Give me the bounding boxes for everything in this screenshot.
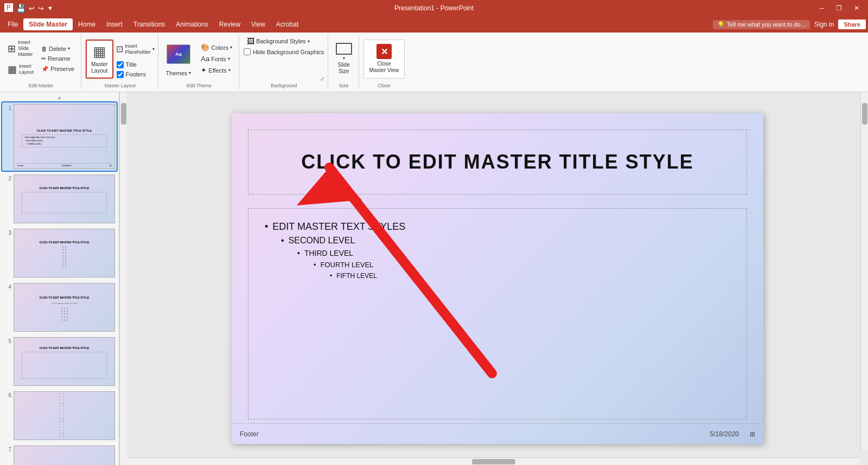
insert-placeholder-label: InsertPlaceholder — [125, 43, 151, 55]
slide-size-label: SlideSize — [337, 62, 349, 75]
ribbon-content: ⊞ Insert SlideMaster ▦ InsertLayout 🗑 De… — [0, 33, 868, 92]
footers-checkbox[interactable] — [117, 71, 124, 78]
delete-icon: 🗑 — [41, 46, 47, 52]
preserve-btn[interactable]: 📌 Preserve — [38, 64, 78, 74]
preserve-icon: 📌 — [41, 66, 49, 73]
slide-thumb-4[interactable]: 4 CLICK TO EDIT MASTER TITLE STYLE Lorem… — [2, 281, 117, 333]
slide-num-3: 3 — [4, 229, 11, 236]
search-bar[interactable]: 💡 Tell me what you want to do... — [713, 20, 810, 29]
canvas-scrollbar-h[interactable] — [127, 457, 860, 465]
menu-file[interactable]: File — [2, 18, 23, 30]
slide-thumb-5[interactable]: 5 CLICK TO EDIT MASTER TITLE STYLE — [2, 335, 117, 388]
close-row: ✕ CloseMaster View — [363, 36, 405, 82]
title-checkbox-row[interactable]: Title — [117, 61, 155, 69]
canvas-scroll-thumb[interactable] — [862, 103, 867, 125]
slide-num-7: 7 — [4, 445, 11, 453]
bg-styles-icon: 🖼 — [247, 37, 254, 46]
redo-btn[interactable]: ↪ — [38, 4, 44, 12]
restore-btn[interactable]: ❐ — [832, 0, 846, 16]
menu-slide-master[interactable]: Slide Master — [23, 18, 73, 30]
title-checkbox[interactable] — [117, 61, 124, 68]
rename-label: Rename — [48, 55, 71, 62]
insert-placeholder-caret: ▾ — [152, 47, 155, 51]
slide-thumb-1[interactable]: 1 CLICK TO EDIT MASTER TITLE STYLE • EDI… — [2, 102, 117, 171]
undo-btn[interactable]: ↩ — [29, 4, 35, 12]
slide-thumb-6[interactable]: 6 CLICK TO EDIT MASTER TITLE STYLE — [2, 390, 117, 442]
menu-home[interactable]: Home — [73, 18, 101, 30]
minimize-btn[interactable]: ─ — [815, 0, 828, 16]
insert-placeholder-btn[interactable]: ⊡ InsertPlaceholder ▾ — [117, 40, 155, 59]
themes-dropdown-btn[interactable]: Themes ▾ — [163, 69, 195, 78]
slide-preview-7: CLICK TO EDIT MASTER TITLE STYLE • EDIT … — [14, 445, 115, 465]
menu-acrobat[interactable]: Acrobat — [271, 18, 304, 30]
window-title: Presentation1 - PowerPoint — [394, 4, 474, 12]
slide-preview-2: CLICK TO EDIT MASTER TITLE STYLE — [14, 175, 115, 223]
colors-label: Colors — [211, 44, 228, 51]
bullet-4-text: FOURTH LEVEL — [321, 261, 374, 269]
menu-bar: File Slide Master Home Insert Transition… — [0, 16, 868, 33]
customize-btn[interactable]: ▼ — [47, 5, 53, 11]
bg-styles-caret: ▾ — [308, 39, 310, 44]
menu-animations[interactable]: Animations — [170, 18, 213, 30]
menu-insert[interactable]: Insert — [101, 18, 128, 30]
scroll-up-btn[interactable]: ▲ — [2, 94, 117, 100]
slide-thumb-3[interactable]: 3 CLICK TO EDIT MASTER TITLE STYLE — [2, 227, 117, 279]
menu-transitions[interactable]: Transitions — [128, 18, 170, 30]
fonts-caret: ▾ — [228, 56, 230, 61]
footers-checkbox-row[interactable]: Footers — [117, 70, 155, 79]
slide-num-5: 5 — [4, 337, 11, 344]
bullet-item-5: • FIFTH LEVEL — [265, 270, 730, 281]
edit-master-label: Edit Master — [4, 82, 78, 88]
close-master-label: CloseMaster View — [369, 61, 399, 74]
share-btn[interactable]: Share — [838, 20, 866, 29]
bullet-item-1: • EDIT MASTER TEXT STYLES — [265, 219, 730, 234]
background-label: Background — [244, 82, 324, 88]
rename-btn[interactable]: ✏ Rename — [38, 54, 78, 63]
slide-thumb-7[interactable]: 7 CLICK TO EDIT MASTER TITLE STYLE • EDI… — [2, 444, 117, 465]
panel-scrollbar[interactable] — [119, 92, 127, 465]
canvas-scrollbar-v[interactable] — [860, 92, 868, 450]
bullet-1-text: EDIT MASTER TEXT STYLES — [272, 221, 405, 232]
colors-btn[interactable]: 🎨 Colors ▾ — [197, 42, 235, 53]
themes-preview-btn[interactable]: Aa — [165, 41, 192, 68]
canvas-scroll-h-thumb[interactable] — [472, 459, 515, 464]
save-btn[interactable]: 💾 — [16, 4, 25, 12]
insert-placeholder-icon: ⊡ — [116, 44, 123, 54]
menu-view[interactable]: View — [246, 18, 271, 30]
bullet-item-4: • FOURTH LEVEL — [265, 259, 730, 270]
ribbon-group-background: 🖼 Background Styles ▾ Hide Background Gr… — [240, 35, 328, 89]
background-styles-btn[interactable]: 🖼 Background Styles ▾ — [244, 36, 313, 47]
ribbon-group-edit-theme: Aa Themes ▾ 🎨 Colors ▾ Aa Fonts — [159, 35, 240, 89]
title-area[interactable]: CLICK TO EDIT MASTER TITLE STYLE — [248, 130, 747, 195]
close-master-view-btn[interactable]: ✕ CloseMaster View — [363, 40, 405, 79]
slide-size-icon — [336, 43, 352, 55]
effects-btn[interactable]: ✦ Effects ▾ — [197, 65, 235, 75]
themes-label: Themes — [166, 70, 188, 76]
footer-date: 5/18/2020 — [710, 430, 739, 438]
insert-slide-master-btn[interactable]: ⊞ Insert SlideMaster — [4, 39, 37, 59]
effects-caret: ▾ — [228, 68, 231, 73]
bullet-3-text: THIRD LEVEL — [304, 249, 353, 257]
hide-bg-row[interactable]: Hide Background Graphics — [244, 48, 324, 56]
background-expand-icon[interactable]: ⤢ — [320, 76, 324, 82]
content-area[interactable]: • EDIT MASTER TEXT STYLES • SECOND LEVEL… — [248, 208, 747, 419]
insert-layout-btn[interactable]: ▦ InsertLayout — [4, 60, 37, 79]
hide-bg-checkbox[interactable] — [244, 48, 251, 55]
delete-caret: ▾ — [68, 46, 70, 51]
fonts-btn[interactable]: Aa Fonts ▾ — [197, 54, 235, 64]
rename-icon: ✏ — [41, 55, 46, 62]
master-layout-btn[interactable]: ▦ MasterLayout — [86, 40, 113, 79]
slide-canvas[interactable]: CLICK TO EDIT MASTER TITLE STYLE • EDIT … — [232, 113, 763, 444]
slide-num-2: 2 — [4, 175, 11, 182]
master-layout-group-label: Master Layout — [86, 82, 155, 88]
slide-size-btn[interactable]: ▾ SlideSize — [333, 40, 355, 79]
bullet-list: • EDIT MASTER TEXT STYLES • SECOND LEVEL… — [265, 219, 730, 281]
slide-thumb-2[interactable]: 2 CLICK TO EDIT MASTER TITLE STYLE — [2, 173, 117, 225]
sign-in-btn[interactable]: Sign in — [814, 21, 834, 28]
master-title: CLICK TO EDIT MASTER TITLE STYLE — [301, 151, 693, 173]
window-close-btn[interactable]: ✕ — [850, 0, 864, 16]
delete-label: Delete — [49, 46, 66, 52]
scroll-thumb[interactable] — [121, 103, 126, 125]
menu-review[interactable]: Review — [214, 18, 246, 30]
delete-btn[interactable]: 🗑 Delete ▾ — [38, 44, 78, 53]
